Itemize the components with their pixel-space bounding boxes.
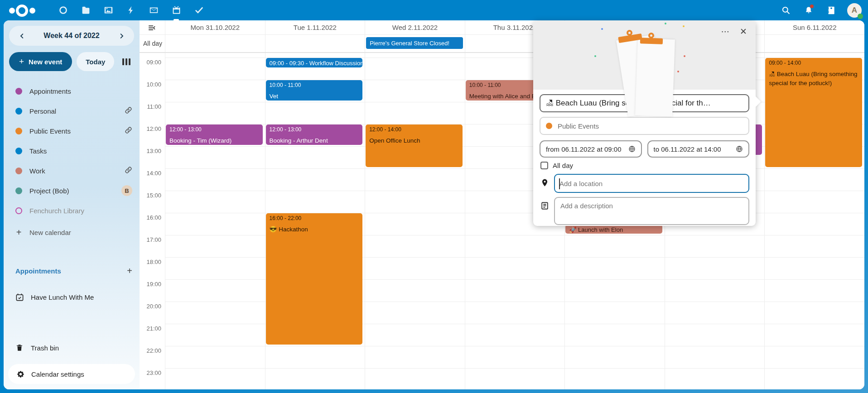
calendar-select[interactable]: Public Events	[540, 117, 749, 135]
hour-label: 14:00	[140, 170, 161, 177]
view-mode-icon[interactable]	[122, 58, 130, 65]
calendar-label: Tasks	[29, 147, 132, 155]
hour-label: 11:00	[140, 103, 161, 110]
hour-label: 10:00	[140, 81, 161, 88]
event-time: 09:00 - 14:00	[769, 59, 858, 67]
hour-label: 13:00	[140, 148, 161, 154]
calendar-label: Personal	[29, 107, 125, 115]
add-appointment-config-button[interactable]: +	[127, 266, 132, 276]
timezone-globe-icon[interactable]	[628, 145, 636, 153]
event-title: 🏖 Beach Luau (Bring something special fo…	[769, 70, 858, 88]
calendar-color-dot	[15, 128, 22, 134]
hour-label: 09:00	[140, 59, 161, 66]
all-day-label: All day	[140, 35, 165, 52]
avatar[interactable]: A	[847, 3, 862, 18]
all-day-cell[interactable]	[165, 35, 265, 52]
day-header: Mon 31.10.2022	[165, 20, 265, 34]
all-day-cell[interactable]	[764, 35, 864, 52]
event-title: 😎 Hackathon	[270, 225, 359, 234]
all-day-cell[interactable]: Pierre's General Store Closed!	[365, 35, 465, 52]
hour-label: 19:00	[140, 281, 161, 288]
mail-icon[interactable]	[142, 0, 165, 20]
appointments-heading: Appointments	[15, 267, 127, 275]
shared-link-icon[interactable]	[125, 166, 132, 175]
shared-user-badge: B	[121, 185, 132, 196]
calendar-settings-button[interactable]: Calendar settings	[8, 364, 135, 384]
sidebar-calendar-tasks[interactable]: Tasks	[4, 141, 140, 161]
column-divider	[764, 53, 765, 389]
popup-illustration-header: ⋯ ✕	[533, 21, 756, 90]
sidebar-calendar-personal[interactable]: Personal	[4, 101, 140, 121]
sidebar-calendar-work[interactable]: Work	[4, 161, 140, 181]
end-datetime-input[interactable]: to 06.11.2022 at 14:00	[647, 140, 750, 158]
sidebar-calendar-appointments[interactable]: Appointments	[4, 81, 140, 101]
new-event-button[interactable]: + New event	[9, 52, 72, 71]
event-time: 12:00 - 13:00	[270, 126, 359, 134]
start-datetime-input[interactable]: from 06.11.2022 at 09:00	[540, 140, 642, 158]
calendar-event[interactable]: 12:00 - 14:00Open Office Lunch	[366, 125, 463, 167]
column-divider	[265, 53, 265, 389]
online-status-dot	[858, 14, 863, 19]
files-icon[interactable]	[74, 0, 97, 20]
calendar-event[interactable]: 10:00 - 11:00Vet	[266, 80, 363, 101]
today-button[interactable]: Today	[77, 52, 114, 71]
description-input[interactable]: Add a description	[554, 197, 749, 225]
calendar-event[interactable]: 09:00 - 14:00🏖 Beach Luau (Bring somethi…	[765, 58, 862, 167]
calendar-label: Public Events	[29, 127, 125, 135]
timezone-globe-icon[interactable]	[736, 145, 743, 153]
trash-bin-button[interactable]: Trash bin	[4, 338, 140, 358]
appointments-section-header: Appointments +	[15, 266, 132, 276]
search-icon[interactable]	[775, 0, 797, 20]
day-header: Tue 1.11.2022	[265, 20, 365, 34]
calendar-color-dot	[546, 123, 552, 129]
sidebar-calendar-project-bob-[interactable]: Project (Bob)B	[4, 181, 140, 201]
top-bar: A	[0, 0, 868, 20]
event-title: 🚀 Launch with Elon	[569, 226, 659, 234]
calendar-label: Project (Bob)	[29, 187, 121, 195]
column-divider	[165, 53, 165, 389]
hour-line	[165, 346, 864, 346]
hour-label: 12:00	[140, 125, 161, 132]
calendar-app-icon[interactable]	[165, 0, 188, 20]
previous-week-button[interactable]	[15, 29, 28, 42]
appointment-item[interactable]: Have Lunch With Me	[4, 288, 140, 306]
notification-dot	[810, 5, 814, 8]
calendar-event[interactable]: 09:00 - 09:30 - Workflow Discussion	[266, 58, 363, 67]
compact-view-icon[interactable]	[148, 24, 155, 34]
all-day-event[interactable]: Pierre's General Store Closed!	[366, 37, 463, 49]
calendar-event[interactable]: 12:00 - 13:00Booking - Arthur Dent	[266, 125, 363, 145]
avatar-letter: A	[852, 6, 857, 15]
calendar-event[interactable]: 12:00 - 13:00Booking - Tim (Wizard)	[166, 125, 263, 145]
checkbox-unchecked[interactable]	[540, 162, 548, 169]
all-day-checkbox[interactable]: All day	[540, 162, 749, 169]
hour-label: 15:00	[140, 192, 161, 199]
all-day-cell[interactable]	[265, 35, 365, 52]
new-calendar-button[interactable]: + New calendar	[4, 222, 140, 242]
event-title: Booking - Tim (Wizard)	[169, 136, 259, 145]
next-week-button[interactable]	[115, 29, 128, 42]
hour-line	[165, 168, 864, 169]
tasks-icon[interactable]	[188, 0, 210, 20]
event-title: Booking - Arthur Dent	[270, 136, 359, 145]
dashboard-icon[interactable]	[52, 0, 74, 20]
photos-icon[interactable]	[97, 0, 120, 20]
week-label: Week 44 of 2022	[28, 32, 115, 40]
calendar-event[interactable]: 16:00 - 22:00😎 Hackathon	[266, 213, 363, 345]
sidebar-calendar-public-events[interactable]: Public Events	[4, 121, 140, 141]
activity-icon[interactable]	[120, 0, 142, 20]
shared-link-icon[interactable]	[125, 106, 132, 115]
notifications-bell-icon[interactable]	[797, 0, 820, 20]
shared-link-icon[interactable]	[125, 126, 132, 135]
sidebar-calendar-fenchurch-library[interactable]: Fenchurch Library	[4, 201, 140, 220]
calendar-color-dot	[15, 168, 22, 174]
event-title: 09:00 - 09:30 - Workflow Discussion	[270, 59, 359, 67]
location-input[interactable]: Add a location	[554, 174, 749, 193]
contacts-icon[interactable]	[820, 0, 843, 20]
all-day-row: All day Pierre's General Store Closed!	[140, 35, 864, 53]
popup-menu-button[interactable]: ⋯	[718, 24, 733, 39]
nextcloud-logo[interactable]	[8, 4, 40, 17]
hour-label: 17:00	[140, 236, 161, 243]
popup-close-button[interactable]: ✕	[736, 24, 751, 39]
calendar-main: Mon 31.10.2022Tue 1.11.2022Wed 2.11.2022…	[140, 20, 864, 389]
calendar-label: Work	[29, 167, 125, 175]
